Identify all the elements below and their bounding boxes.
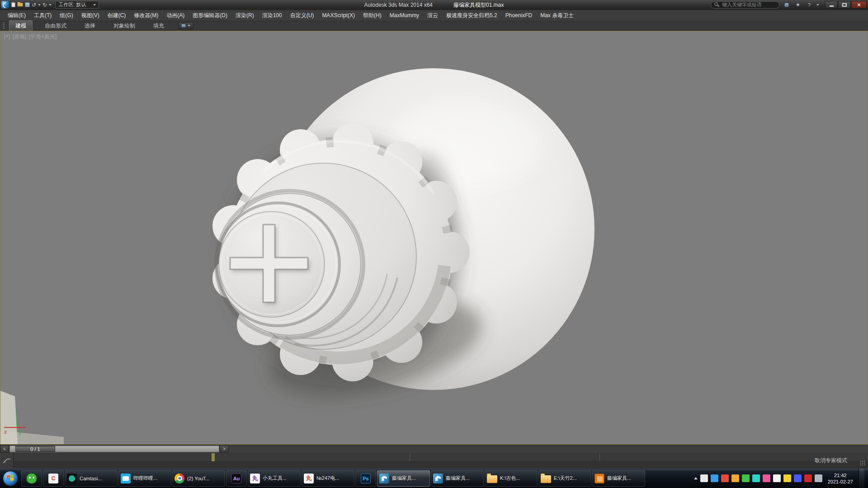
task-max-orange[interactable]: 藤编家具... bbox=[592, 470, 645, 487]
world-axis-gizmo: x y bbox=[4, 409, 38, 438]
track-bar-ruler[interactable] bbox=[14, 453, 868, 462]
task-xiaowan-tools[interactable]: 丸 小丸工具... bbox=[248, 470, 301, 487]
tray-icon[interactable] bbox=[783, 474, 791, 482]
task-3dsmax-1[interactable]: 藤编家具... bbox=[377, 470, 430, 487]
tray-icon[interactable] bbox=[815, 474, 822, 482]
tab-populate[interactable]: 填充 bbox=[147, 21, 170, 31]
time-slider-track[interactable]: 0 / 1 bbox=[9, 446, 219, 452]
mini-curve-editor-button[interactable] bbox=[0, 453, 14, 469]
ribbon-grip-icon[interactable] bbox=[3, 23, 5, 29]
undo-history-caret-icon[interactable] bbox=[38, 4, 41, 6]
tab-freeform[interactable]: 自由形式 bbox=[39, 21, 72, 31]
tray-icon[interactable] bbox=[711, 474, 718, 482]
communication-center-icon[interactable] bbox=[783, 1, 791, 9]
tray-icon[interactable] bbox=[742, 474, 750, 482]
task-xiaowan-247[interactable]: 丸 №247电... bbox=[302, 470, 354, 487]
menu-item-customize[interactable]: 自定义(U) bbox=[286, 10, 318, 21]
task-folder-e[interactable]: E:\天竹2... bbox=[538, 470, 591, 487]
tray-icon[interactable] bbox=[804, 474, 812, 482]
workspace-selector[interactable]: 工作区: 默认 bbox=[55, 1, 99, 9]
tray-icon[interactable] bbox=[773, 474, 781, 482]
folder-icon bbox=[541, 475, 551, 483]
help-caret-icon[interactable] bbox=[816, 4, 819, 6]
viewport[interactable]: [+] [透视] [平滑+高光] x y bbox=[0, 31, 868, 445]
task-bilibili[interactable]: 哔哩哔哩... bbox=[118, 470, 171, 487]
close-button[interactable]: × bbox=[851, 1, 867, 9]
menu-item-help[interactable]: 帮助(H) bbox=[359, 10, 386, 21]
viewport-menu-plus[interactable]: [+] bbox=[4, 33, 10, 41]
menu-item-maxscript[interactable]: MAXScript(X) bbox=[318, 11, 359, 20]
menu-item-modifiers[interactable]: 修改器(M) bbox=[130, 10, 162, 21]
redo-history-caret-icon[interactable] bbox=[49, 4, 52, 6]
task-audition[interactable]: Au bbox=[226, 470, 247, 487]
clock[interactable]: 21:42 2021-02-27 bbox=[828, 472, 853, 485]
help-icon[interactable]: ? bbox=[805, 1, 813, 9]
tray-icon[interactable] bbox=[731, 474, 739, 482]
resize-grip-icon bbox=[860, 460, 866, 466]
menu-item-max-antivirus[interactable]: Max 杀毒卫士 bbox=[536, 10, 578, 21]
ribbon-display-toggle[interactable] bbox=[178, 22, 193, 29]
menu-item-animation[interactable]: 动画(A) bbox=[162, 10, 189, 21]
menu-item-rendering[interactable]: 渲染(R) bbox=[231, 10, 258, 21]
axis-y-label: y bbox=[19, 429, 22, 435]
menu-item-views[interactable]: 视图(V) bbox=[77, 10, 104, 21]
minimize-button[interactable] bbox=[825, 1, 838, 9]
tab-object-paint[interactable]: 对象绘制 bbox=[108, 21, 141, 31]
favorites-star-icon[interactable]: ★ bbox=[794, 1, 802, 9]
tab-selection[interactable]: 选择 bbox=[79, 21, 101, 31]
tray-icon[interactable] bbox=[721, 474, 729, 482]
quick-access-toolbar: ↺ ↻ bbox=[11, 1, 52, 9]
menu-item-maxmummy[interactable]: MaxMummy bbox=[386, 11, 423, 20]
viewport-menu-view[interactable]: [透视] bbox=[13, 33, 27, 41]
tray-expand-icon[interactable] bbox=[694, 477, 698, 479]
task-c-app[interactable]: C bbox=[43, 470, 64, 487]
menu-item-graph-editors[interactable]: 图形编辑器(D) bbox=[189, 10, 231, 21]
menu-item-phoenixfd[interactable]: PhoenixFD bbox=[501, 11, 536, 20]
curve-icon bbox=[3, 458, 11, 464]
app-title: Autodesk 3ds Max 2014 x64 bbox=[364, 2, 433, 8]
tray-icon[interactable] bbox=[763, 474, 770, 482]
tray-icon[interactable] bbox=[752, 474, 760, 482]
task-chrome-youtube[interactable]: (2) YouT... bbox=[172, 470, 225, 487]
undo-icon[interactable]: ↺ bbox=[32, 1, 36, 9]
document-title: 藤编家具模型01.max bbox=[453, 1, 504, 9]
time-slider-handle[interactable]: 0 / 1 bbox=[15, 446, 55, 452]
start-button[interactable] bbox=[0, 469, 21, 488]
frame-tick bbox=[410, 454, 410, 461]
menu-item-group[interactable]: 组(G) bbox=[56, 10, 77, 21]
next-frame-button[interactable]: > bbox=[220, 445, 229, 453]
tab-modeling[interactable]: 建模 bbox=[9, 20, 33, 31]
max-file-icon bbox=[594, 474, 604, 483]
previous-frame-button[interactable]: < bbox=[0, 445, 9, 453]
menu-item-renderbus[interactable]: 渲云 bbox=[423, 10, 442, 21]
menu-item-edit[interactable]: 编辑(E) bbox=[4, 10, 30, 21]
open-file-icon[interactable] bbox=[17, 1, 23, 9]
search-input[interactable]: 键入关键字或短语 bbox=[711, 1, 779, 9]
3dsmax-logo[interactable] bbox=[1, 1, 9, 9]
system-tray: 21:42 2021-02-27 bbox=[691, 469, 867, 488]
c-app-icon: C bbox=[48, 474, 58, 483]
maximize-button[interactable] bbox=[838, 1, 851, 9]
camtasia-icon bbox=[67, 474, 77, 483]
ribbon-tabs: 建模 自由形式 选择 对象绘制 填充 bbox=[0, 21, 868, 31]
chevron-down-icon bbox=[188, 25, 190, 27]
menu-item-tools[interactable]: 工具(T) bbox=[30, 10, 56, 21]
current-frame-marker[interactable] bbox=[212, 453, 215, 461]
task-camtasia[interactable]: Camtasi... bbox=[65, 470, 118, 487]
show-desktop-button[interactable] bbox=[859, 469, 864, 488]
new-file-icon[interactable] bbox=[11, 1, 15, 9]
cancel-expert-mode-link[interactable]: 取消专家模式 bbox=[815, 453, 847, 469]
menu-item-slim-archive[interactable]: 极速瘦身安全归档5.2 bbox=[442, 10, 501, 21]
viewport-menu-shading[interactable]: [平滑+高光] bbox=[28, 33, 57, 41]
save-file-icon[interactable] bbox=[25, 1, 30, 9]
menu-item-create[interactable]: 创建(C) bbox=[104, 10, 130, 21]
task-folder-k[interactable]: K:\古色... bbox=[485, 470, 538, 487]
redo-icon[interactable]: ↻ bbox=[42, 1, 47, 9]
chrome-icon bbox=[175, 474, 184, 483]
tray-icon[interactable] bbox=[794, 474, 802, 482]
task-wechat[interactable] bbox=[21, 470, 42, 487]
task-photoshop[interactable]: Ps bbox=[355, 470, 376, 487]
tray-icon[interactable] bbox=[700, 474, 708, 482]
task-3dsmax-2[interactable]: 藤编家具... bbox=[431, 470, 484, 487]
menu-item-render100[interactable]: 渲染100 bbox=[258, 10, 286, 21]
